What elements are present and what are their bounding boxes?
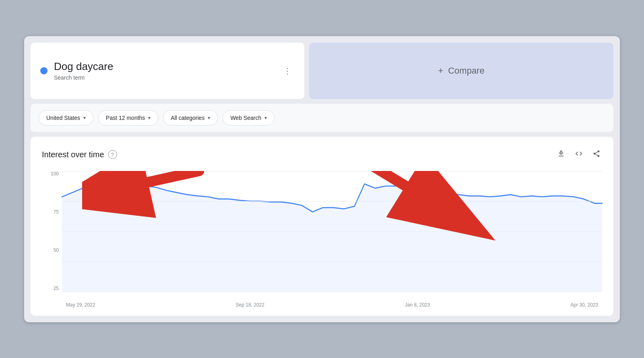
x-label-may: May 29, 2022 [66, 302, 95, 308]
compare-label: Compare [448, 66, 484, 76]
searchtype-chevron-icon: ▾ [264, 115, 267, 121]
grid-line-50 [62, 231, 602, 232]
search-term-left: Dog daycare Search term [40, 60, 113, 81]
timerange-filter[interactable]: Past 12 months ▾ [98, 110, 158, 126]
category-filter-label: All categories [171, 115, 204, 121]
chart-card: Interest over time ? 100 75 50 [31, 137, 613, 316]
x-label-jan: Jan 8, 2023 [405, 302, 430, 308]
filters-row: United States ▾ Past 12 months ▾ All cat… [31, 104, 613, 132]
top-row: Dog daycare Search term ⋮ + Compare [31, 43, 613, 99]
search-term-text: Dog daycare Search term [54, 60, 113, 81]
search-term-title: Dog daycare [54, 60, 113, 73]
x-label-sep: Sep 18, 2022 [236, 302, 264, 308]
grid-lines [62, 171, 602, 292]
category-filter[interactable]: All categories ▾ [163, 110, 218, 126]
country-filter[interactable]: United States ▾ [39, 110, 93, 126]
search-term-subtitle: Search term [54, 74, 113, 81]
grid-line-100 [62, 171, 602, 171]
timerange-filter-label: Past 12 months [106, 115, 145, 121]
main-container: Dog daycare Search term ⋮ + Compare Unit… [24, 36, 620, 322]
compare-plus-icon: + [438, 66, 443, 76]
searchtype-filter-label: Web Search [230, 115, 261, 121]
country-filter-label: United States [46, 115, 80, 121]
chart-title-area: Interest over time ? [42, 150, 117, 159]
x-label-apr: Apr 30, 2023 [570, 302, 598, 308]
y-label-25: 25 [54, 286, 59, 291]
search-term-card: Dog daycare Search term ⋮ [31, 43, 304, 99]
code-icon[interactable] [573, 148, 584, 161]
grid-line-0 [62, 292, 602, 292]
y-label-100: 100 [51, 171, 59, 177]
chart-actions [555, 148, 602, 161]
country-chevron-icon: ▾ [83, 115, 86, 121]
grid-line-75 [62, 201, 602, 202]
compare-card[interactable]: + Compare [309, 43, 613, 99]
y-axis: 100 75 50 25 [42, 171, 62, 292]
chart-header: Interest over time ? [42, 148, 602, 161]
share-icon[interactable] [591, 148, 602, 161]
help-icon[interactable]: ? [108, 150, 117, 159]
more-options-button[interactable]: ⋮ [280, 63, 295, 79]
chart-title: Interest over time [42, 150, 104, 159]
y-label-75: 75 [54, 209, 59, 215]
chart-plot [62, 171, 602, 292]
timerange-chevron-icon: ▾ [148, 115, 151, 121]
y-label-50: 50 [54, 247, 59, 253]
x-axis-labels: May 29, 2022 Sep 18, 2022 Jan 8, 2023 Ap… [62, 302, 602, 308]
term-color-dot [40, 67, 47, 74]
grid-line-25 [62, 261, 602, 262]
download-icon[interactable] [555, 148, 567, 161]
searchtype-filter[interactable]: Web Search ▾ [223, 110, 275, 126]
category-chevron-icon: ▾ [208, 115, 210, 121]
chart-area: 100 75 50 25 [42, 171, 602, 308]
